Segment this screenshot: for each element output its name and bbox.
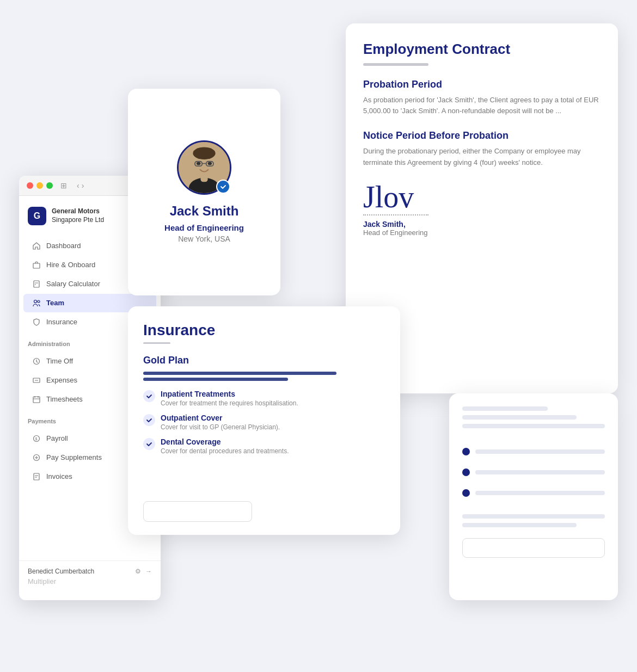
expense-icon	[32, 376, 41, 385]
blue-dot-3	[462, 489, 470, 497]
inpatient-desc: Cover for treatment the requires hospita…	[161, 399, 298, 407]
ph-line-1	[462, 406, 548, 411]
dot-item-3	[462, 489, 605, 497]
signature-name: Jack Smith,	[363, 220, 601, 229]
settings-icon[interactable]: ⚙	[135, 568, 141, 575]
company-logo: G	[28, 207, 46, 225]
dot-item-2	[462, 468, 605, 476]
outpatient-check-icon	[143, 414, 155, 426]
profile-title: Head of Engineering	[164, 223, 244, 232]
signature-area: Jlov Jack Smith, Head of Engineering	[363, 182, 601, 237]
pay-supplements-label: Pay Supplements	[46, 453, 102, 461]
svg-rect-0	[33, 263, 40, 268]
blue-dot-2	[462, 468, 470, 476]
notice-period-text: During the probationary period, either t…	[363, 146, 601, 169]
svg-point-29	[197, 162, 201, 165]
ph-line-3	[462, 424, 605, 428]
contract-title: Employment Contract	[363, 41, 601, 58]
signature-dots	[363, 214, 428, 215]
dot-yellow[interactable]	[36, 182, 43, 189]
dental-title: Dental Coverage	[161, 437, 289, 446]
plan-bars	[143, 372, 385, 381]
svg-text:$: $	[35, 437, 38, 441]
svg-rect-18	[34, 473, 39, 480]
users-icon	[32, 299, 41, 307]
dental-text: Dental Coverage Cover for dental procedu…	[161, 437, 289, 455]
dot-line-1	[475, 449, 605, 454]
signature-script: Jlov	[363, 182, 601, 212]
dot-line-3	[475, 491, 605, 495]
outpatient-title: Outpatient Cover	[161, 414, 280, 422]
profile-name: Jack Smith	[170, 204, 239, 219]
svg-point-30	[208, 162, 212, 165]
company-name: General Motors	[52, 207, 104, 216]
signature-role: Head of Engineering	[363, 229, 601, 237]
company-sub: Singapore Pte Ltd	[52, 216, 104, 225]
timesheets-label: Timesheets	[46, 395, 83, 403]
probation-period-text: As probation period for 'Jack Smith', th…	[363, 95, 601, 118]
coverage-item-inpatient: Inpatient Treatments Cover for treatment…	[143, 390, 385, 407]
outpatient-text: Outpatient Cover Cover for visit to GP (…	[161, 414, 280, 431]
inpatient-check-icon	[143, 390, 155, 402]
coverage-item-outpatient: Outpatient Cover Cover for visit to GP (…	[143, 414, 385, 431]
insurance-action-button[interactable]	[143, 501, 252, 522]
profile-card: Jack Smith Head of Engineering New York,…	[128, 89, 280, 295]
ph-line-4	[462, 514, 605, 519]
forward-arrow-icon[interactable]: ›	[82, 181, 84, 190]
insurance-divider	[143, 342, 170, 344]
right-panel-button[interactable]	[462, 538, 605, 558]
right-panel-card	[449, 393, 618, 600]
coverage-item-dental: Dental Coverage Cover for dental procedu…	[143, 437, 385, 455]
dashboard-label: Dashboard	[46, 242, 81, 250]
expenses-label: Expenses	[46, 376, 77, 384]
svg-point-5	[38, 300, 40, 303]
payroll-icon: $	[32, 434, 41, 443]
sidebar-toggle-icon[interactable]: ⊞	[60, 181, 67, 190]
ph-line-5	[462, 523, 577, 527]
dot-green[interactable]	[46, 182, 53, 189]
invoices-icon	[32, 472, 41, 481]
insurance-label: Insurance	[46, 318, 77, 326]
logout-icon[interactable]: →	[145, 568, 152, 575]
svg-rect-9	[33, 397, 40, 403]
browser-dots	[27, 182, 53, 189]
dot-item-1	[462, 448, 605, 455]
time-off-label: Time Off	[46, 357, 73, 365]
home-icon	[32, 242, 41, 250]
footer-icons: ⚙ →	[135, 568, 152, 575]
nav-arrows: ‹ ›	[77, 181, 84, 190]
footer-user: Benedict Cumberbatch ⚙ →	[28, 568, 152, 575]
shield-icon	[32, 318, 41, 326]
insurance-card: Insurance Gold Plan Inpatient Treatments…	[128, 306, 400, 535]
ph-line-2	[462, 415, 577, 420]
verified-badge	[216, 180, 230, 194]
dot-red[interactable]	[27, 182, 33, 189]
insurance-title: Insurance	[143, 322, 385, 339]
coverage-list: Inpatient Treatments Cover for treatment…	[143, 390, 385, 455]
team-label: Team	[46, 299, 64, 307]
right-panel-placeholder	[462, 406, 605, 558]
back-arrow-icon[interactable]: ‹	[77, 181, 79, 190]
probation-period-title: Probation Period	[363, 79, 601, 90]
inpatient-text: Inpatient Treatments Cover for treatment…	[161, 390, 298, 407]
company-info: General Motors Singapore Pte Ltd	[52, 207, 104, 224]
calculator-icon	[32, 280, 41, 288]
svg-rect-1	[34, 281, 39, 287]
plan-bar-2	[143, 378, 288, 381]
sidebar-footer: Benedict Cumberbatch ⚙ → Multiplier	[19, 560, 161, 592]
invoices-label: Invoices	[46, 472, 72, 480]
pay-supplements-icon	[32, 453, 41, 462]
hire-onboard-label: Hire & Onboard	[46, 261, 95, 269]
payroll-label: Payroll	[46, 434, 68, 442]
inpatient-title: Inpatient Treatments	[161, 390, 298, 398]
svg-point-4	[34, 300, 37, 303]
svg-point-25	[193, 147, 215, 159]
avatar-container	[177, 140, 231, 195]
dental-desc: Cover for dental procedures and treatmen…	[161, 447, 289, 455]
notice-period-title: Notice Period Before Probation	[363, 130, 601, 141]
salary-calculator-label: Salary Calculator	[46, 280, 100, 288]
footer-username: Benedict Cumberbatch	[28, 568, 94, 575]
dot-line-2	[475, 470, 605, 474]
gold-plan-label: Gold Plan	[143, 355, 385, 366]
briefcase-icon	[32, 261, 41, 269]
